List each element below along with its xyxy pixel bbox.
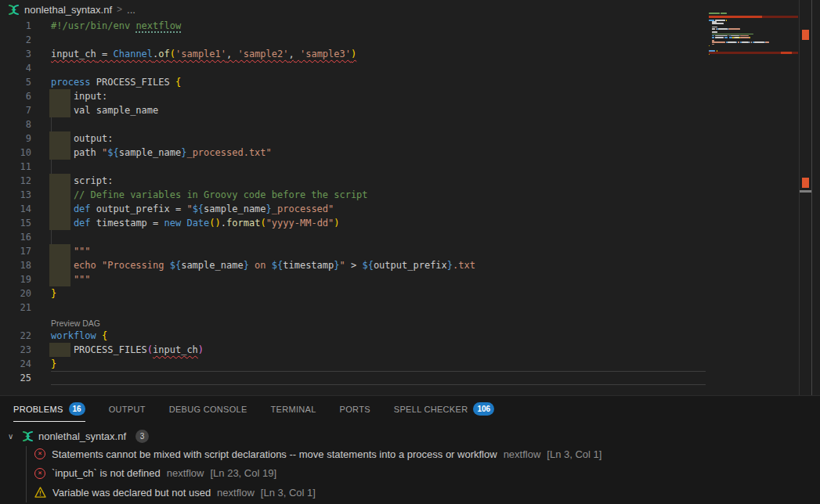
indent-highlight-block xyxy=(49,188,70,202)
indent-highlight-block xyxy=(49,216,70,230)
line-number[interactable]: 1 xyxy=(0,19,31,33)
code-line-20[interactable]: 20} xyxy=(0,286,820,301)
code-line-8[interactable]: 8 xyxy=(0,117,820,131)
code-line-3[interactable]: 3input_ch = Channel.of('sample1', 'sampl… xyxy=(0,47,820,61)
code-line-2[interactable]: 2 xyxy=(0,33,820,47)
panel-tab-output[interactable]: OUTPUT xyxy=(109,398,146,420)
code-line-13[interactable]: 13// Define variables in Groovy code bef… xyxy=(0,188,820,202)
code-line-18[interactable]: 18echo "Processing ${sample_name} on ${t… xyxy=(0,258,820,272)
line-number[interactable]: 15 xyxy=(0,216,31,230)
line-number[interactable]: 18 xyxy=(0,258,31,272)
problems-filename: nonlethal_syntax.nf xyxy=(38,430,126,442)
code-line-19[interactable]: 19""" xyxy=(0,272,820,286)
problems-tree: ∨ nonlethal_syntax.nf 3 ×Statements cann… xyxy=(0,422,820,502)
code-line-11[interactable]: 11 xyxy=(0,160,820,174)
line-number[interactable]: 7 xyxy=(0,103,31,117)
code-line-22[interactable]: 22workflow { xyxy=(0,329,820,343)
line-number[interactable]: 25 xyxy=(0,371,31,385)
line-number[interactable]: 5 xyxy=(0,75,31,89)
line-number[interactable]: 21 xyxy=(0,301,31,315)
breadcrumb-separator: > xyxy=(117,4,122,15)
error-icon: × xyxy=(34,468,45,479)
line-number[interactable]: 12 xyxy=(0,174,31,188)
panel-tab-spell-checker[interactable]: SPELL CHECKER106 xyxy=(394,396,494,422)
code-line-15[interactable]: 15def timestamp = new Date().format("yyy… xyxy=(0,216,820,230)
overview-ruler-error-marker xyxy=(802,178,809,188)
code-line-5[interactable]: 5process PROCESS_FILES { xyxy=(0,75,820,89)
code-line-24[interactable]: 24} xyxy=(0,357,820,371)
minimap[interactable] xyxy=(709,13,798,57)
code-line-1[interactable]: 1#!/usr/bin/env nextflow xyxy=(0,19,820,33)
minimap-line xyxy=(709,47,798,49)
code-line-25[interactable]: 25 xyxy=(0,371,820,385)
vscode-window: nonlethal_syntax.nf > ... 1#!/usr/bin/en… xyxy=(0,0,820,504)
code-line-10[interactable]: 10path "${sample_name}_processed.txt" xyxy=(0,146,820,160)
problem-row[interactable]: ×Statements cannot be mixed with script … xyxy=(0,445,820,464)
problem-row[interactable]: Variable was declared but not usednextfl… xyxy=(0,483,820,502)
indent-guide xyxy=(51,117,52,131)
panel-tab-problems[interactable]: PROBLEMS16 xyxy=(13,396,85,422)
code-line-7[interactable]: 7val sample_name xyxy=(0,103,820,117)
problem-source: nextflow xyxy=(167,467,204,479)
code-line-21[interactable]: 21 xyxy=(0,301,820,315)
tab-badge: 16 xyxy=(69,402,85,416)
line-number[interactable]: 17 xyxy=(0,244,31,258)
problem-source: nextflow xyxy=(217,487,255,499)
code-line-14[interactable]: 14def output_prefix = "${sample_name}_pr… xyxy=(0,202,820,216)
line-number[interactable]: 24 xyxy=(0,357,31,371)
line-number[interactable]: 11 xyxy=(0,160,31,174)
problems-file-row[interactable]: ∨ nonlethal_syntax.nf 3 xyxy=(0,427,820,445)
bottom-panel: PROBLEMS16OUTPUTDEBUG CONSOLETERMINALPOR… xyxy=(0,395,820,504)
line-number[interactable]: 4 xyxy=(0,61,31,75)
error-icon: × xyxy=(34,448,45,459)
line-number[interactable]: 10 xyxy=(0,146,31,160)
indent-highlight-block xyxy=(49,89,70,103)
panel-tab-debug-console[interactable]: DEBUG CONSOLE xyxy=(169,398,247,420)
indent-highlight-block xyxy=(49,272,70,286)
indent-highlight-block xyxy=(49,244,70,258)
line-number[interactable]: 20 xyxy=(0,286,31,301)
breadcrumb-filename[interactable]: nonlethal_syntax.nf xyxy=(24,4,112,16)
breadcrumb[interactable]: nonlethal_syntax.nf > ... xyxy=(0,0,820,19)
code-line-6[interactable]: 6input: xyxy=(0,89,820,103)
line-number[interactable]: 8 xyxy=(0,117,31,131)
problem-source: nextflow xyxy=(504,448,541,460)
panel-tab-ports[interactable]: PORTS xyxy=(340,398,370,420)
problem-position: [Ln 3, Col 1] xyxy=(261,487,316,499)
line-number[interactable]: 23 xyxy=(0,343,31,357)
line-number[interactable]: 3 xyxy=(0,47,31,61)
problem-position: [Ln 3, Col 1] xyxy=(547,448,601,460)
line-number[interactable]: 22 xyxy=(0,329,31,343)
problem-message: Variable was declared but not used xyxy=(52,487,211,499)
tab-badge: 106 xyxy=(473,402,494,416)
nextflow-file-icon xyxy=(22,430,34,442)
line-number[interactable]: 16 xyxy=(0,230,31,244)
line-number[interactable]: 14 xyxy=(0,202,31,216)
panel-tab-terminal[interactable]: TERMINAL xyxy=(271,398,316,420)
minimap-border xyxy=(799,0,800,395)
line-number[interactable]: 6 xyxy=(0,89,31,103)
line-number[interactable]: 9 xyxy=(0,131,31,146)
chevron-down-icon[interactable]: ∨ xyxy=(8,432,17,441)
code-line-23[interactable]: 23PROCESS_FILES(input_ch) xyxy=(0,343,820,357)
indent-highlight-block xyxy=(49,258,70,272)
code-line-4[interactable]: 4 xyxy=(0,61,820,75)
code-line-17[interactable]: 17""" xyxy=(0,244,820,258)
indent-highlight-block xyxy=(49,174,70,188)
warning-icon xyxy=(34,487,46,498)
panel-tab-bar: PROBLEMS16OUTPUTDEBUG CONSOLETERMINALPOR… xyxy=(0,396,820,422)
scrollbar-slider-edge[interactable] xyxy=(800,190,811,193)
indent-highlight-block xyxy=(49,146,70,160)
code-editor[interactable]: 1#!/usr/bin/env nextflow23input_ch = Cha… xyxy=(0,19,820,395)
line-number[interactable]: 19 xyxy=(0,272,31,286)
problem-message: `input_ch` is not defined xyxy=(52,467,161,479)
problem-row[interactable]: ×`input_ch` is not definednextflow[Ln 23… xyxy=(0,464,820,484)
code-line-9[interactable]: 9output: xyxy=(0,131,820,146)
code-line-12[interactable]: 12script: xyxy=(0,174,820,188)
line-number[interactable]: 2 xyxy=(0,33,31,47)
breadcrumb-more[interactable]: ... xyxy=(127,4,135,16)
line-number[interactable]: 13 xyxy=(0,188,31,202)
overview-ruler-error-marker xyxy=(802,30,809,40)
code-line-16[interactable]: 16 xyxy=(0,230,820,244)
indent-guide xyxy=(51,160,52,174)
